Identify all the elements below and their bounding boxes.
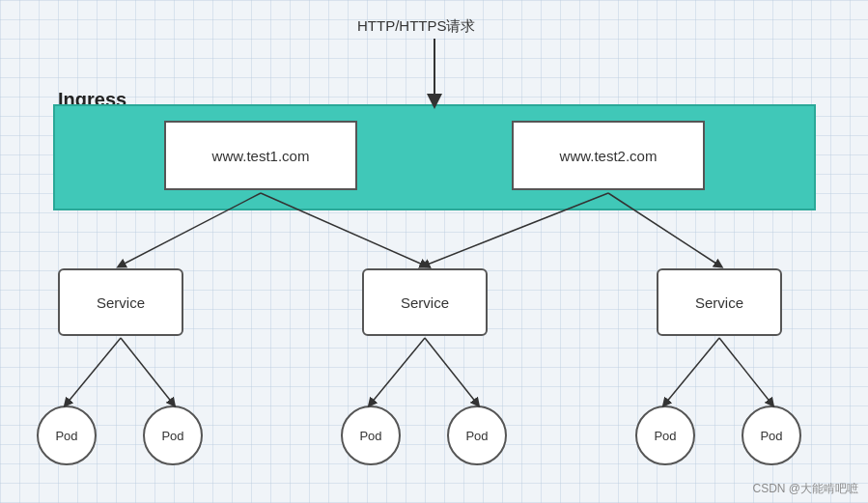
service3-to-pod5-arrow (665, 338, 719, 404)
test1-box: www.test1.com (164, 121, 357, 190)
service2-to-pod3-arrow (371, 338, 425, 404)
service1-to-pod2-arrow (121, 338, 173, 404)
pod2-circle: Pod (143, 405, 203, 465)
http-label: HTTP/HTTPS请求 (357, 17, 476, 36)
arrows-diagram (0, 0, 868, 503)
test2-box: www.test2.com (512, 121, 705, 190)
service2-to-pod4-arrow (425, 338, 477, 404)
pod3-circle: Pod (341, 405, 401, 465)
service1-box: Service (58, 268, 183, 336)
diagram-container: HTTP/HTTPS请求 Ingress www.test1.com www.t… (0, 0, 868, 503)
service2-box: Service (362, 268, 488, 336)
pod6-circle: Pod (742, 405, 801, 465)
service3-box: Service (657, 268, 782, 336)
pod4-circle: Pod (447, 405, 507, 465)
service3-to-pod6-arrow (719, 338, 771, 404)
pod1-circle: Pod (37, 405, 97, 465)
pod5-circle: Pod (635, 405, 695, 465)
watermark: CSDN @大能啃吧嗻 (752, 481, 858, 497)
service1-to-pod1-arrow (67, 338, 121, 404)
